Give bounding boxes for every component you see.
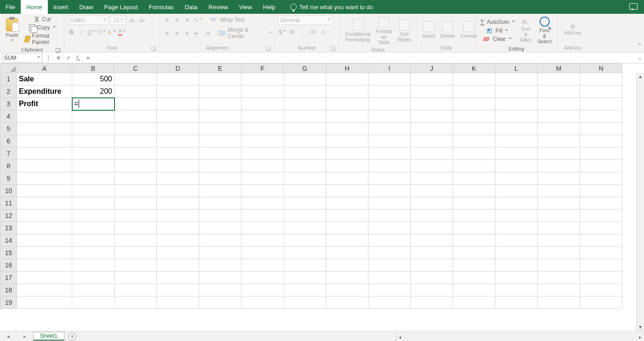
cell-C19[interactable]: [115, 296, 157, 309]
cell-I5[interactable]: [368, 123, 411, 135]
format-as-table-button[interactable]: Format as Table: [373, 16, 395, 46]
cell-N17[interactable]: [580, 272, 622, 284]
cell-L4[interactable]: [495, 110, 538, 123]
cell-C10[interactable]: [115, 185, 157, 197]
row-header[interactable]: 7: [0, 148, 17, 160]
cell-K15[interactable]: [453, 247, 495, 259]
cell-B14[interactable]: [72, 234, 115, 247]
cell-G16[interactable]: [284, 259, 326, 272]
row-header[interactable]: 3: [0, 98, 17, 110]
cell-H17[interactable]: [326, 272, 368, 284]
cell-M4[interactable]: [538, 110, 580, 123]
cell-L11[interactable]: [495, 197, 538, 210]
row-header[interactable]: 11: [0, 197, 17, 210]
cell-E17[interactable]: [199, 272, 242, 284]
cell-G3[interactable]: [284, 98, 326, 110]
cell-J9[interactable]: [411, 172, 453, 185]
row-header[interactable]: 6: [0, 135, 17, 148]
cell-J2[interactable]: [411, 85, 453, 98]
cell-M9[interactable]: [538, 172, 580, 185]
cell-J5[interactable]: [411, 123, 453, 135]
cell-C16[interactable]: [115, 259, 157, 272]
cell-C5[interactable]: [115, 123, 157, 135]
cell-G2[interactable]: [284, 85, 326, 98]
cell-D16[interactable]: [157, 259, 199, 272]
cell-J11[interactable]: [411, 197, 453, 210]
cell-N13[interactable]: [580, 222, 622, 234]
row-header[interactable]: 14: [0, 234, 17, 247]
cell-C2[interactable]: [115, 85, 157, 98]
cell-N14[interactable]: [580, 234, 622, 247]
cell-J14[interactable]: [411, 234, 453, 247]
cell-F18[interactable]: [242, 284, 284, 296]
cell-C8[interactable]: [115, 160, 157, 172]
cell-A12[interactable]: [17, 210, 72, 222]
column-header[interactable]: D: [157, 64, 199, 73]
cell-A7[interactable]: [17, 148, 72, 160]
comma-format-icon[interactable]: ,: [298, 28, 306, 36]
cell-N4[interactable]: [580, 110, 622, 123]
cell-L2[interactable]: [495, 85, 538, 98]
cell-M5[interactable]: [538, 123, 580, 135]
cell-B8[interactable]: [72, 160, 115, 172]
cell-N2[interactable]: [580, 85, 622, 98]
row-header[interactable]: 9: [0, 172, 17, 185]
row-header[interactable]: 1: [0, 73, 17, 85]
cell-H9[interactable]: [326, 172, 368, 185]
cell-D11[interactable]: [157, 197, 199, 210]
cell-I7[interactable]: [368, 148, 411, 160]
cell-J17[interactable]: [411, 272, 453, 284]
sheet-nav-prev-icon[interactable]: ◂: [7, 333, 10, 340]
comments-icon[interactable]: [629, 3, 638, 10]
cell-F12[interactable]: [242, 210, 284, 222]
cell-C14[interactable]: [115, 234, 157, 247]
cell-D2[interactable]: [157, 85, 199, 98]
cell-B17[interactable]: [72, 272, 115, 284]
align-top-icon[interactable]: ≡: [163, 16, 171, 24]
cell-B19[interactable]: [72, 296, 115, 309]
cell-E6[interactable]: [199, 135, 242, 148]
select-all-button[interactable]: [0, 64, 17, 73]
cell-M10[interactable]: [538, 185, 580, 197]
cell-L9[interactable]: [495, 172, 538, 185]
cell-G12[interactable]: [284, 210, 326, 222]
horizontal-scrollbar[interactable]: ◂ ▸: [396, 333, 644, 341]
cell-I1[interactable]: [368, 73, 411, 85]
row-header[interactable]: 19: [0, 296, 17, 309]
cell-G18[interactable]: [284, 284, 326, 296]
tab-help[interactable]: Help: [258, 0, 281, 14]
orientation-icon[interactable]: ⤡: [193, 16, 201, 24]
cell-L19[interactable]: [495, 296, 538, 309]
cell-D12[interactable]: [157, 210, 199, 222]
sort-filter-button[interactable]: A↓Sort & Filter: [517, 17, 535, 44]
column-header[interactable]: I: [368, 64, 411, 73]
cell-J13[interactable]: [411, 222, 453, 234]
tab-formulas[interactable]: Formulas: [144, 0, 179, 14]
cell-N8[interactable]: [580, 160, 622, 172]
tab-draw[interactable]: Draw: [74, 0, 98, 14]
cell-F7[interactable]: [242, 148, 284, 160]
cell-B7[interactable]: [72, 148, 115, 160]
cell-J7[interactable]: [411, 148, 453, 160]
cell-M18[interactable]: [538, 284, 580, 296]
tab-insert[interactable]: Insert: [48, 0, 74, 14]
clear-button[interactable]: Clear: [478, 35, 517, 43]
cell-A3[interactable]: Profit: [17, 98, 72, 110]
cell-B6[interactable]: [72, 135, 115, 148]
cell-B11[interactable]: [72, 197, 115, 210]
row-header[interactable]: 10: [0, 185, 17, 197]
cell-H1[interactable]: [326, 73, 368, 85]
cut-button[interactable]: Cut: [23, 16, 61, 23]
cell-J3[interactable]: [411, 98, 453, 110]
formula-input[interactable]: =: [83, 53, 636, 63]
align-center-icon[interactable]: ≡: [173, 29, 181, 37]
enter-formula-button[interactable]: ✓: [63, 55, 74, 61]
cell-G14[interactable]: [284, 234, 326, 247]
cell-E10[interactable]: [199, 185, 242, 197]
cell-L13[interactable]: [495, 222, 538, 234]
cell-A16[interactable]: [17, 259, 72, 272]
cell-H14[interactable]: [326, 234, 368, 247]
paste-button[interactable]: Paste: [3, 17, 21, 44]
cell-N6[interactable]: [580, 135, 622, 148]
column-header[interactable]: E: [199, 64, 242, 73]
